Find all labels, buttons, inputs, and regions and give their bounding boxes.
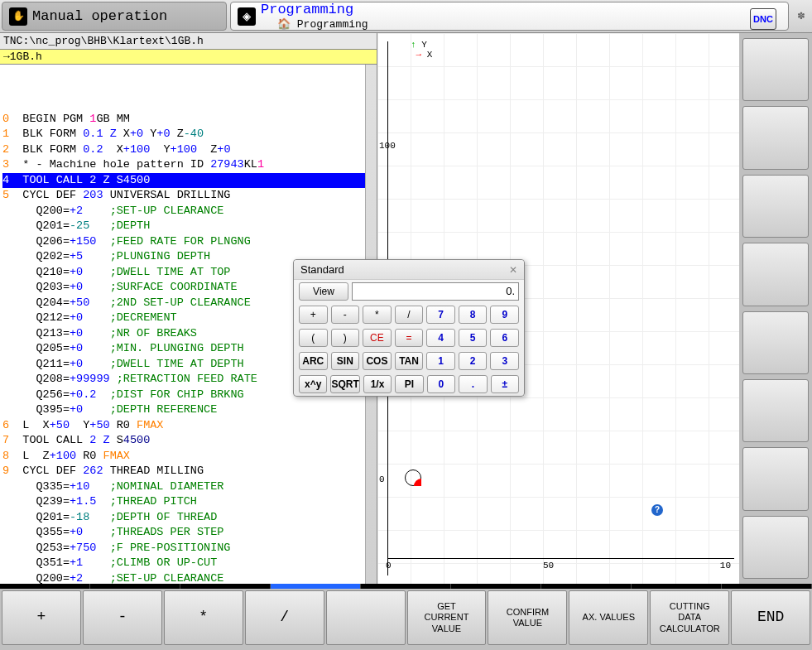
- code-line[interactable]: Q253=+750 ;F PRE-POSITIONING: [2, 541, 374, 556]
- calc-key-6[interactable]: 6: [490, 329, 519, 347]
- calc-key-[interactable]: /: [395, 306, 424, 324]
- code-line[interactable]: Q200=+2 ;SET-UP CLEARANCE: [2, 204, 374, 219]
- softkey-ax-values[interactable]: AX. VALUES: [569, 590, 648, 645]
- code-line[interactable]: 7 TOOL CALL 2 Z S4500: [2, 433, 374, 449]
- calc-key-[interactable]: +: [299, 306, 328, 324]
- calc-key-4[interactable]: 4: [426, 329, 455, 347]
- code-line[interactable]: 1 BLK FORM 0.1 Z X+0 Y+0 Z-40: [2, 127, 374, 142]
- calc-key-[interactable]: ): [331, 329, 360, 347]
- calc-title-text: Standard: [300, 263, 344, 276]
- calc-key-3[interactable]: 3: [490, 352, 519, 370]
- home-icon: 🏠: [277, 18, 291, 31]
- tick-x-0: 0: [386, 561, 392, 571]
- tick-x-10: 10: [720, 561, 731, 571]
- mode-tab-programming[interactable]: ◈ Programming 🏠 Programming DNC: [230, 2, 789, 31]
- calc-key-ARC[interactable]: ARC: [299, 352, 328, 370]
- calc-key-[interactable]: ±: [491, 375, 519, 393]
- softkey-div[interactable]: /: [245, 590, 324, 645]
- file-tab[interactable]: →1GB.h: [0, 50, 377, 65]
- code-line[interactable]: 4 TOOL CALL 2 Z S4500: [2, 173, 374, 189]
- calc-key-7[interactable]: 7: [426, 306, 455, 324]
- prog-inner: Programming 🏠 Programming: [261, 2, 368, 31]
- softkey-minus[interactable]: -: [83, 590, 162, 645]
- tick-y-0: 0: [379, 474, 385, 484]
- softkey-v7[interactable]: [742, 447, 809, 510]
- code-line[interactable]: Q201=-25 ;DEPTH: [2, 219, 374, 234]
- calc-key-[interactable]: (: [299, 329, 328, 347]
- calc-key-[interactable]: -: [331, 306, 360, 324]
- calc-key-[interactable]: .: [459, 375, 487, 393]
- softkey-plus[interactable]: +: [2, 590, 81, 645]
- softkey-v8[interactable]: [742, 516, 809, 579]
- softkey-v3[interactable]: [742, 175, 809, 238]
- code-line[interactable]: 8 L Z+100 R0 FMAX: [2, 449, 374, 465]
- bottom-bar: + - * / GETCURRENTVALUE CONFIRMVALUE AX.…: [0, 584, 812, 647]
- calc-key-SIN[interactable]: SIN: [331, 352, 360, 370]
- diamond-icon: ◈: [238, 7, 256, 26]
- code-line[interactable]: Q395=+0 ;DEPTH REFERENCE: [2, 402, 374, 418]
- softkey-v5[interactable]: [742, 311, 809, 374]
- calc-key-[interactable]: *: [363, 306, 392, 324]
- calc-view-button[interactable]: View: [299, 282, 348, 301]
- close-icon[interactable]: ✕: [509, 264, 517, 276]
- code-line[interactable]: 5 CYCL DEF 203 UNIVERSAL DRILLING: [2, 188, 374, 204]
- calc-key-1[interactable]: 1: [426, 352, 455, 370]
- calc-key-8[interactable]: 8: [459, 306, 488, 324]
- x-arrow-icon: →: [416, 50, 422, 60]
- calc-key-xy[interactable]: x^y: [299, 375, 327, 393]
- softkey-v6[interactable]: [742, 379, 809, 442]
- softkey-v1[interactable]: [742, 38, 809, 101]
- help-icon[interactable]: ?: [651, 504, 663, 516]
- calc-key-9[interactable]: 9: [490, 306, 519, 324]
- softkey-get-current[interactable]: GETCURRENTVALUE: [407, 590, 487, 645]
- code-line[interactable]: Q335=+10 ;NOMINAL DIAMETER: [2, 479, 374, 495]
- right-softkeys: [739, 33, 812, 584]
- softkey-v4[interactable]: [742, 243, 809, 306]
- calc-key-SQRT[interactable]: SQRT: [330, 375, 359, 393]
- softkey-empty[interactable]: [326, 590, 406, 645]
- calc-key-PI[interactable]: PI: [395, 375, 423, 393]
- calculator-window[interactable]: Standard ✕ View 0. +-*/789 ()CE=456 ARCS…: [293, 259, 525, 397]
- hand-icon: ✋: [9, 7, 27, 26]
- calc-display: 0.: [352, 282, 519, 301]
- code-line[interactable]: 3 * - Machine hole pattern ID 27943KL1: [2, 157, 374, 173]
- softkey-mult[interactable]: *: [164, 590, 243, 645]
- calc-key-1x[interactable]: 1/x: [363, 375, 392, 393]
- code-line[interactable]: Q201=-18 ;DEPTH OF THREAD: [2, 510, 374, 526]
- tick-y-100: 100: [379, 141, 396, 151]
- y-arrow-icon: ↑: [411, 40, 416, 50]
- mode-tab-manual[interactable]: ✋ Manual operation: [2, 2, 227, 31]
- origin-marker-icon: [405, 469, 421, 486]
- code-line[interactable]: Q351=+1 ;CLIMB OR UP-CUT: [2, 556, 374, 571]
- prog-label: Programming: [261, 2, 368, 17]
- softkey-cutting-data[interactable]: CUTTINGDATACALCULATOR: [650, 590, 729, 645]
- manual-label: Manual operation: [32, 8, 167, 24]
- path-bar: TNC:\nc_prog\BHB\Klartext\1GB.h: [0, 33, 377, 50]
- calc-key-CE[interactable]: CE: [363, 329, 392, 347]
- softkey-confirm[interactable]: CONFIRMVALUE: [488, 590, 567, 645]
- prog-sub: 🏠 Programming: [277, 17, 368, 31]
- calc-key-0[interactable]: 0: [427, 375, 455, 393]
- softkey-v2[interactable]: [742, 106, 809, 169]
- calc-key-COS[interactable]: COS: [363, 352, 392, 370]
- clock-icon: ✽: [790, 0, 812, 32]
- calc-key-5[interactable]: 5: [459, 329, 488, 347]
- code-line[interactable]: 2 BLK FORM 0.2 X+100 Y+100 Z+0: [2, 142, 374, 158]
- code-line[interactable]: Q239=+1.5 ;THREAD PITCH: [2, 494, 374, 510]
- top-bar: ✋ Manual operation ◈ Programming 🏠 Progr…: [0, 0, 812, 33]
- tick-x-50: 50: [543, 561, 554, 571]
- code-line[interactable]: 0 BEGIN PGM 1GB MM: [2, 112, 374, 128]
- calc-key-[interactable]: =: [395, 329, 424, 347]
- calc-key-TAN[interactable]: TAN: [395, 352, 424, 370]
- bottom-softkeys: + - * / GETCURRENTVALUE CONFIRMVALUE AX.…: [0, 589, 812, 647]
- softkey-end[interactable]: END: [731, 590, 810, 645]
- calc-key-2[interactable]: 2: [459, 352, 488, 370]
- dnc-badge[interactable]: DNC: [750, 8, 776, 30]
- code-line[interactable]: Q355=+0 ;THREADS PER STEP: [2, 525, 374, 541]
- code-line[interactable]: 9 CYCL DEF 262 THREAD MILLING: [2, 464, 374, 479]
- code-line[interactable]: Q200=+2 ;SET-UP CLEARANCE: [2, 571, 374, 585]
- code-line[interactable]: 6 L X+50 Y+50 R0 FMAX: [2, 418, 374, 434]
- x-axis-label: X: [427, 50, 433, 60]
- calc-titlebar[interactable]: Standard ✕: [294, 260, 524, 280]
- code-line[interactable]: Q206=+150 ;FEED RATE FOR PLNGNG: [2, 234, 374, 250]
